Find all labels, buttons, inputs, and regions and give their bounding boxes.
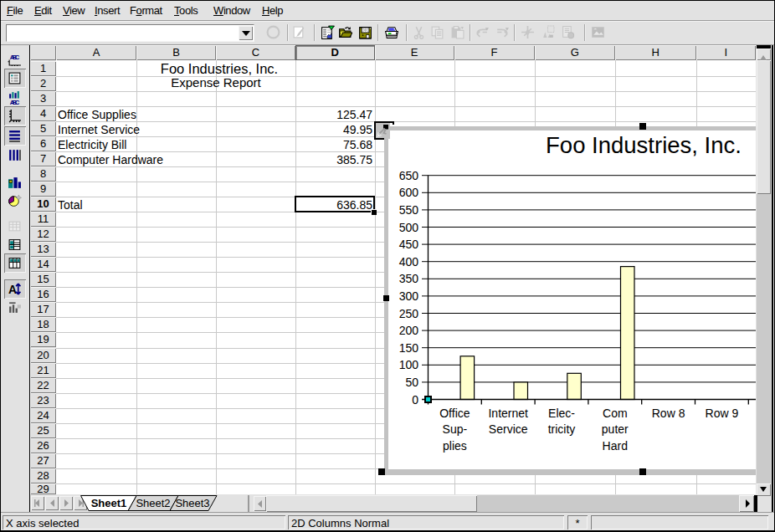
svg-text:200: 200 bbox=[399, 324, 419, 337]
svg-text:puter: puter bbox=[602, 422, 629, 436]
svg-text:Sheet3: Sheet3 bbox=[175, 497, 209, 509]
svg-text:300: 300 bbox=[399, 289, 419, 303]
svg-text:Row 8: Row 8 bbox=[652, 407, 685, 420]
svg-text:550: 550 bbox=[399, 203, 419, 217]
svg-text:600: 600 bbox=[399, 186, 419, 199]
svg-text:ABC: ABC bbox=[10, 54, 20, 61]
svg-text:ABC: ABC bbox=[10, 99, 20, 105]
svg-text:A: A bbox=[8, 283, 17, 296]
svg-text:50: 50 bbox=[405, 376, 418, 389]
svg-text:tricity: tricity bbox=[548, 422, 576, 436]
svg-text:150: 150 bbox=[399, 341, 419, 355]
svg-text:250: 250 bbox=[399, 307, 419, 320]
svg-text:Service: Service bbox=[489, 422, 528, 436]
svg-text:Sup-: Sup- bbox=[443, 422, 468, 436]
svg-text:0: 0 bbox=[412, 393, 418, 407]
svg-text:450: 450 bbox=[399, 238, 419, 251]
svg-text:Internet: Internet bbox=[488, 407, 528, 420]
svg-text:Sheet1: Sheet1 bbox=[91, 497, 127, 509]
svg-text:Com: Com bbox=[603, 407, 628, 420]
svg-text:plies: plies bbox=[443, 439, 467, 453]
svg-text:Office: Office bbox=[439, 407, 470, 420]
svg-text:400: 400 bbox=[399, 255, 419, 269]
svg-text:100: 100 bbox=[399, 358, 419, 371]
svg-text:Hard: Hard bbox=[603, 439, 628, 453]
svg-text:Elec-: Elec- bbox=[548, 407, 575, 420]
svg-text:350: 350 bbox=[399, 272, 419, 285]
svg-text:500: 500 bbox=[399, 221, 419, 234]
svg-text:Sheet2: Sheet2 bbox=[136, 497, 170, 509]
svg-text:Row 9: Row 9 bbox=[706, 407, 739, 420]
svg-text:Foo Industries, Inc.: Foo Industries, Inc. bbox=[546, 132, 742, 158]
svg-text:650: 650 bbox=[399, 169, 419, 182]
